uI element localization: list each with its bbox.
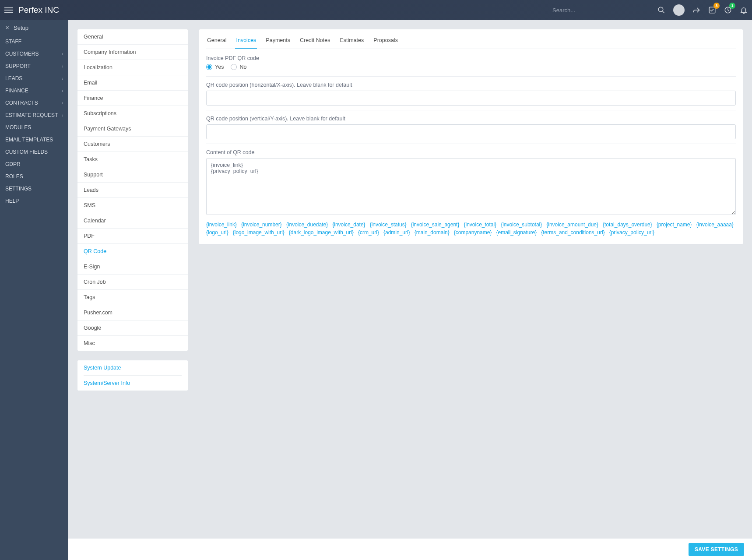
settings-item-localization[interactable]: Localization: [77, 60, 188, 75]
merge-field[interactable]: {dark_logo_image_with_url}: [289, 229, 354, 236]
content-label: Content of QR code: [206, 149, 736, 155]
settings-item-finance[interactable]: Finance: [77, 91, 188, 106]
settings-item-pusher-com[interactable]: Pusher.com: [77, 305, 188, 321]
nav-item-settings[interactable]: SETTINGS: [0, 183, 68, 195]
merge-field[interactable]: {invoice_sale_agent}: [411, 222, 460, 228]
settings-item-qr-code[interactable]: QR Code: [77, 244, 188, 259]
merge-field[interactable]: {invoice_link}: [206, 222, 237, 228]
nav-item-label: STAFF: [5, 39, 21, 45]
chevron-left-icon: ‹: [62, 52, 63, 56]
system-item-system-server-info[interactable]: System/Server Info: [77, 376, 188, 391]
menu-toggle[interactable]: [4, 6, 13, 14]
search-container: [552, 7, 649, 14]
settings-item-email[interactable]: Email: [77, 75, 188, 91]
tab-estimates[interactable]: Estimates: [339, 35, 365, 49]
system-item-system-update[interactable]: System Update: [77, 360, 188, 375]
merge-field[interactable]: {invoice_number}: [241, 222, 282, 228]
merge-field[interactable]: {crm_url}: [358, 229, 379, 236]
nav-item-label: GDPR: [5, 161, 21, 167]
settings-item-misc[interactable]: Misc: [77, 336, 188, 351]
merge-field[interactable]: {logo_url}: [206, 229, 228, 236]
merge-field[interactable]: {privacy_policy_url}: [609, 229, 654, 236]
nav-item-modules[interactable]: MODULES: [0, 121, 68, 134]
merge-field[interactable]: {invoice_subtotal}: [501, 222, 542, 228]
settings-item-support[interactable]: Support: [77, 167, 188, 183]
merge-field[interactable]: {invoice_date}: [332, 222, 365, 228]
nav-item-staff[interactable]: STAFF: [0, 35, 68, 48]
settings-item-cron-job[interactable]: Cron Job: [77, 275, 188, 290]
avatar[interactable]: [673, 4, 685, 16]
settings-menu: GeneralCompany InformationLocalizationEm…: [77, 29, 188, 351]
bell-icon[interactable]: [740, 6, 748, 14]
nav-item-estimate-request[interactable]: ESTIMATE REQUEST‹: [0, 109, 68, 121]
merge-field[interactable]: {invoice_status}: [370, 222, 407, 228]
tab-invoices[interactable]: Invoices: [235, 35, 257, 49]
settings-item-tags[interactable]: Tags: [77, 290, 188, 305]
y-position-input[interactable]: [206, 124, 736, 139]
nav-item-customers[interactable]: CUSTOMERS‹: [0, 48, 68, 60]
merge-field[interactable]: {invoice_duedate}: [286, 222, 328, 228]
nav-item-custom-fields[interactable]: CUSTOM FIELDS: [0, 146, 68, 158]
radio-yes[interactable]: Yes: [206, 64, 224, 70]
settings-item-calendar[interactable]: Calendar: [77, 213, 188, 229]
nav-item-finance[interactable]: FINANCE‹: [0, 85, 68, 97]
settings-item-google[interactable]: Google: [77, 321, 188, 336]
nav-item-label: HELP: [5, 198, 19, 204]
merge-fields: {invoice_link}{invoice_number}{invoice_d…: [206, 222, 736, 236]
nav-item-gdpr[interactable]: GDPR: [0, 158, 68, 170]
checklist-icon[interactable]: 3: [708, 6, 716, 14]
settings-item-customers[interactable]: Customers: [77, 137, 188, 152]
badge-checklist: 3: [713, 3, 720, 9]
settings-item-e-sign[interactable]: E-Sign: [77, 259, 188, 275]
setup-label: Setup: [14, 25, 28, 31]
settings-item-leads[interactable]: Leads: [77, 183, 188, 198]
merge-field[interactable]: {email_signature}: [496, 229, 537, 236]
merge-field[interactable]: {project_name}: [657, 222, 692, 228]
nav-item-leads[interactable]: LEADS‹: [0, 72, 68, 85]
merge-field[interactable]: {companyname}: [454, 229, 492, 236]
tab-general[interactable]: General: [206, 35, 227, 49]
tab-payments[interactable]: Payments: [265, 35, 291, 49]
save-settings-button[interactable]: SAVE SETTINGS: [689, 543, 744, 556]
setup-header[interactable]: ✕ Setup: [0, 20, 68, 35]
settings-item-tasks[interactable]: Tasks: [77, 152, 188, 167]
brand: Perfex INC: [18, 5, 59, 15]
close-icon[interactable]: ✕: [5, 25, 9, 31]
merge-field[interactable]: {invoice_aaaaa}: [696, 222, 734, 228]
settings-item-subscriptions[interactable]: Subscriptions: [77, 106, 188, 121]
share-icon[interactable]: [692, 6, 700, 14]
search-icon[interactable]: [657, 6, 665, 14]
badge-clock: 1: [729, 3, 735, 9]
x-position-input[interactable]: [206, 91, 736, 106]
nav-item-support[interactable]: SUPPORT‹: [0, 60, 68, 72]
settings-item-general[interactable]: General: [77, 29, 188, 45]
nav-item-contracts[interactable]: CONTRACTS‹: [0, 97, 68, 109]
tab-proposals[interactable]: Proposals: [372, 35, 399, 49]
nav-item-label: SETTINGS: [5, 186, 32, 192]
radio-yes-dot: [206, 64, 212, 70]
merge-field[interactable]: {logo_image_with_url}: [233, 229, 285, 236]
clock-icon[interactable]: 1: [724, 6, 732, 14]
settings-item-sms[interactable]: SMS: [77, 198, 188, 213]
merge-field[interactable]: {total_days_overdue}: [603, 222, 652, 228]
nav-item-email-templates[interactable]: EMAIL TEMPLATES: [0, 134, 68, 146]
tab-credit-notes[interactable]: Credit Notes: [299, 35, 331, 49]
nav-item-label: MODULES: [5, 124, 31, 130]
settings-item-payment-gateways[interactable]: Payment Gateways: [77, 121, 188, 137]
search-input[interactable]: [552, 7, 649, 14]
merge-field[interactable]: {invoice_amount_due}: [546, 222, 598, 228]
radio-no[interactable]: No: [231, 64, 246, 70]
settings-item-company-information[interactable]: Company Information: [77, 45, 188, 60]
sidebar: ✕ Setup STAFFCUSTOMERS‹SUPPORT‹LEADS‹FIN…: [0, 20, 68, 560]
nav-item-label: CUSTOM FIELDS: [5, 149, 48, 155]
merge-field[interactable]: {invoice_total}: [464, 222, 496, 228]
merge-field[interactable]: {terms_and_conditions_url}: [541, 229, 604, 236]
settings-item-pdf[interactable]: PDF: [77, 229, 188, 244]
nav-item-help[interactable]: HELP: [0, 195, 68, 207]
footer: SAVE SETTINGS: [68, 538, 752, 560]
merge-field[interactable]: {admin_url}: [383, 229, 410, 236]
nav-item-label: CONTRACTS: [5, 100, 38, 106]
merge-field[interactable]: {main_domain}: [415, 229, 450, 236]
nav-item-roles[interactable]: ROLES: [0, 170, 68, 183]
qr-content-textarea[interactable]: [206, 158, 736, 215]
